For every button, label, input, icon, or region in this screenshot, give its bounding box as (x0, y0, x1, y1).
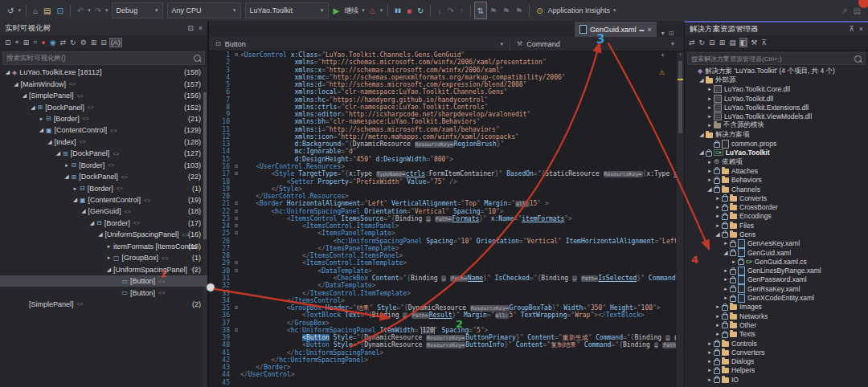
view-source-icon[interactable]: <> (69, 81, 76, 87)
visual-tree-row[interactable]: ◢⊞[DockPanel]<>(152) (0, 101, 207, 112)
code-line[interactable]: 20 </UserControl.Resources> (209, 193, 676, 200)
code-line[interactable]: 25⊟ <ItemsPanelTemplate> (209, 230, 676, 237)
solution-tree-row[interactable]: ▸Helpers (685, 366, 868, 375)
solution-tree-row[interactable]: ▸C#GenGuid.xaml.cs (685, 257, 868, 266)
code-line[interactable]: 45 (209, 379, 676, 386)
collapsed-icon[interactable]: ▸ (706, 168, 714, 174)
code-line[interactable]: 31 <CheckBox Content="{Binding … Path=Na… (209, 275, 676, 282)
solution-tree-row[interactable]: ▸LuYao.Toolkit.ViewModels.dll (685, 112, 868, 120)
step-out-icon[interactable]: ↑ (457, 2, 466, 18)
expand-all-icon[interactable]: ⊞ (90, 39, 98, 47)
solution-tree-row[interactable]: ▸IO (685, 375, 868, 384)
collapsed-icon[interactable]: ▸ (714, 222, 722, 229)
record-icon[interactable]: ● (40, 39, 46, 47)
visual-tree-row[interactable]: ◢⊞[DockPanel]<>(127) (0, 148, 207, 159)
code-line[interactable]: 3 xmlns:x="http://schemas.microsoft.com/… (209, 67, 676, 74)
expanded-icon[interactable]: ◢ (88, 220, 96, 226)
collapsed-icon[interactable]: ▸ (706, 358, 714, 365)
fold-collapse-icon[interactable]: ⊟ (232, 259, 240, 267)
pin-icon[interactable]: ⊼ (761, 39, 767, 47)
collapsed-icon[interactable]: ▸ (722, 276, 730, 283)
home-icon[interactable]: ⌂ (31, 2, 40, 18)
fold-collapse-icon[interactable]: ⊟ (232, 222, 240, 230)
code-line[interactable]: 6 xmlns:local="clr-namespace:LuYao.Toolk… (209, 88, 676, 96)
expanded-icon[interactable]: ◢ (37, 127, 46, 133)
keep-open-icon[interactable]: ▬ (640, 27, 645, 32)
stop-debug-icon[interactable]: ■ (404, 2, 414, 18)
expanded-icon[interactable]: ◢ (12, 81, 21, 88)
debug-configuration-select[interactable]: Debug▾ (112, 2, 163, 18)
code-line[interactable]: 26 <hc:UniformSpacingPanel Spacing="10" … (209, 238, 676, 245)
platform-select[interactable]: Any CPU▾ (167, 2, 241, 18)
visual-tree-row[interactable]: ▸⊟[Border]<>(21) (0, 113, 207, 124)
code-line[interactable]: 41 </hc:UniformSpacingPanel> (209, 349, 676, 356)
display-layout-icon[interactable]: ⊞ (23, 39, 31, 47)
expanded-icon[interactable]: ◢ (698, 149, 706, 156)
solution-tree-row[interactable]: ▸Texts (685, 330, 868, 339)
code-line[interactable]: 2 xmlns="http://schemas.microsoft.com/wi… (209, 59, 676, 66)
solution-tree-row[interactable]: ▸不含源的模块 (685, 121, 868, 130)
solution-tree-row[interactable]: ▸LuYao.Toolkit.Core.dll (685, 85, 868, 94)
visual-tree-row[interactable]: ◢◈LuYao.Toolkit.exe [18112](158) (0, 67, 207, 78)
solution-tree-row[interactable]: ◢Gens (685, 230, 868, 238)
fold-collapse-icon[interactable]: ⊟ (232, 215, 240, 222)
show-all-files-icon[interactable]: ▤ (729, 39, 736, 47)
collapsed-icon[interactable]: ▸ (714, 331, 722, 337)
continue-debug-icon[interactable]: ▶ (331, 2, 342, 18)
visual-tree-row[interactable]: ◢[Index]<>(128) (0, 136, 207, 148)
tab-genguid-xaml[interactable]: GenGuid.xaml ▬ × (575, 22, 657, 37)
redo-icon[interactable]: ↷ (92, 2, 104, 18)
expanded-icon[interactable]: ◢ (698, 132, 706, 138)
collapsed-icon[interactable]: ▸ (722, 295, 730, 301)
collapsed-icon[interactable]: ▸ (714, 195, 722, 202)
view-source-icon[interactable]: <> (113, 151, 119, 157)
solution-tree-row[interactable]: ▸Behaviors (685, 176, 868, 185)
code-line[interactable]: 8 xmlns:ctrls="clr-namespace:LuYao.Toolk… (209, 104, 676, 111)
pin-icon[interactable]: ⊼ (849, 25, 854, 33)
fold-collapse-icon[interactable]: ⊟ (232, 230, 240, 237)
visual-tree-row[interactable]: ◢▣[ContentControl]<>(19) (0, 194, 207, 206)
startup-project-select[interactable]: LuYao.Toolkit▾ (245, 2, 329, 18)
fold-collapse-icon[interactable]: ⊟ (232, 267, 240, 275)
solution-tree-row[interactable]: ◢C#LuYao.Toolkit (685, 149, 868, 157)
code-line[interactable]: 10 xmlns:bh="clr-namespace:LuYao.Toolkit… (209, 118, 676, 125)
bookmark-prev-icon[interactable]: ⚑ (500, 2, 512, 18)
collapsed-icon[interactable]: ▸ (722, 286, 730, 292)
code-line[interactable]: 12 xmlns:icon="http://metro.mahapps.com/… (209, 133, 676, 141)
view-source-icon[interactable]: <> (110, 128, 117, 133)
code-line[interactable]: 28 </ItemsControl.ItemsPanel> (209, 252, 676, 259)
code-line[interactable]: 9 xmlns:editor="http://icsharpcode.net/s… (209, 111, 676, 118)
save-icon[interactable]: ⊡ (54, 2, 65, 18)
collapsed-icon[interactable]: ▸ (722, 240, 730, 246)
bookmark-icon[interactable]: ⚑ (487, 2, 499, 18)
code-line[interactable]: 22⊟ <hc:UniformSpacingPanel Orientation=… (209, 208, 676, 215)
collapsed-icon[interactable]: ▸ (706, 349, 714, 356)
code-line[interactable]: 34 </ItemsControl> (209, 297, 676, 304)
fold-collapse-icon[interactable]: ⊟ (232, 304, 240, 312)
solution-tree-row[interactable]: ◢解决方案项 (685, 130, 868, 139)
code-line[interactable]: 43 </Border> (209, 364, 676, 371)
solution-tree-row[interactable]: ▸LuYao.Toolkit.Extensions.dll (685, 103, 868, 112)
solution-tree-row[interactable]: ▸Networks (685, 312, 868, 320)
code-line[interactable]: 11 xmlns:i="http://schemas.microsoft.com… (209, 126, 676, 133)
view-source-icon[interactable]: <> (158, 290, 165, 295)
pause-icon[interactable]: ▮▮ (392, 2, 403, 18)
collapse-all-icon[interactable]: ⊟ (709, 39, 715, 47)
collapsed-icon[interactable]: ▸ (706, 113, 714, 120)
visual-tree-row[interactable]: ▭[Button]<> (0, 287, 207, 298)
collapsed-icon[interactable]: ▸ (706, 159, 714, 165)
code-line[interactable]: 24⊟ <ItemsControl.ItemsPanel> (209, 222, 676, 230)
fold-collapse-icon[interactable]: ⊟ (232, 208, 240, 215)
view-source-icon[interactable]: <> (77, 93, 84, 99)
solution-tree-row[interactable]: ▸Attaches (685, 166, 868, 175)
step-over-icon[interactable]: ↷ (444, 2, 456, 18)
expanded-icon[interactable]: ◢ (63, 173, 72, 180)
wrench-icon[interactable]: ⚒ (751, 39, 757, 47)
solution-tree-row[interactable]: ◢Channels (685, 185, 868, 194)
fold-collapse-icon[interactable]: ⊟ (232, 170, 240, 177)
view-source-icon[interactable]: <> (144, 198, 150, 203)
split-editor-icon[interactable]: + (661, 51, 665, 59)
float-window-icon[interactable]: ⊡ (669, 30, 674, 37)
visual-tree-row[interactable]: ◢⊞[DockPanel]<>(22) (0, 171, 207, 182)
visual-tree-row[interactable]: ▸itemFormats [ItemsContro(10) (0, 241, 207, 252)
